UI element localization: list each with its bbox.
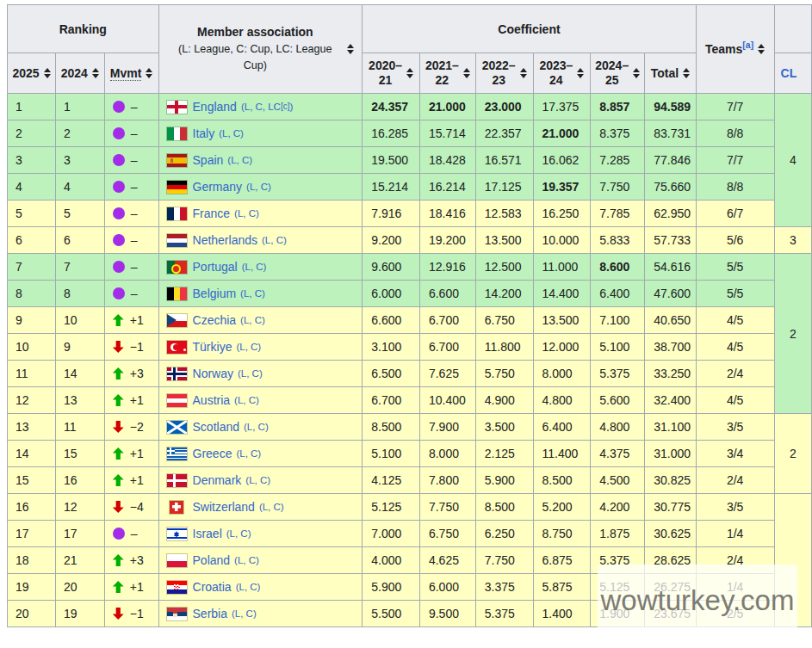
coeff-2023-24-cell: 6.400 bbox=[533, 414, 591, 441]
country-link[interactable]: Italy(L, C) bbox=[167, 127, 363, 140]
sort-header-movement[interactable]: Mvmt bbox=[104, 53, 158, 94]
coeff-2021-22-cell: 15.714 bbox=[419, 120, 475, 147]
country-link[interactable]: Scotland(L, C) bbox=[167, 420, 363, 434]
coeff-2022-23-cell: 17.125 bbox=[475, 174, 533, 201]
sort-icon bbox=[146, 68, 152, 78]
coeff-2020-21-cell: 8.500 bbox=[363, 414, 420, 441]
sort-icon bbox=[92, 68, 99, 78]
country-link[interactable]: Spain(L, C) bbox=[167, 153, 363, 167]
country-link[interactable]: Netherlands(L, C) bbox=[167, 233, 363, 247]
champions-league-column-header[interactable]: CL bbox=[774, 53, 811, 94]
country-link[interactable]: Serbia(L, C) bbox=[167, 607, 363, 620]
country-name: Switzerland bbox=[193, 500, 255, 514]
sort-icon bbox=[406, 68, 413, 78]
total-coefficient-cell: 31.100 bbox=[645, 414, 696, 441]
country-link[interactable]: Israel(L, C) bbox=[167, 527, 363, 540]
coeff-2022-23-cell: 5.750 bbox=[475, 361, 533, 387]
movement-label: −1 bbox=[130, 340, 144, 354]
up-arrow-icon bbox=[113, 474, 124, 486]
sort-header-member-association[interactable]: Member association (L: League, C: Cup, L… bbox=[158, 5, 363, 94]
coeff-2021-22-cell: 6.700 bbox=[419, 307, 475, 334]
country-link[interactable]: Denmark(L, C) bbox=[167, 473, 363, 487]
flag-croatia-icon bbox=[167, 581, 187, 594]
table-row: 14 15 +1 Greece(L, C) 5.100 8.000 2.125 … bbox=[8, 441, 812, 467]
rank-2024-cell: 8 bbox=[55, 281, 104, 307]
coeff-2020-21-cell: 6.000 bbox=[363, 281, 420, 307]
total-coefficient-cell: 40.650 bbox=[645, 307, 696, 334]
flag-england-icon bbox=[167, 101, 187, 114]
sort-header-total[interactable]: Total bbox=[645, 53, 696, 94]
coeff-2021-22-cell: 21.000 bbox=[419, 94, 475, 120]
total-coefficient-cell: 38.700 bbox=[645, 334, 696, 361]
country-link[interactable]: France(L, C) bbox=[167, 207, 363, 220]
country-link[interactable]: Belgium(L, C) bbox=[167, 287, 363, 300]
member-association-cell: Scotland(L, C) bbox=[158, 414, 363, 441]
sort-header-2024[interactable]: 2024 bbox=[55, 53, 104, 94]
competitions-label: (L, C) bbox=[262, 235, 287, 245]
sort-header-2024-25[interactable]: 2024–25 bbox=[591, 53, 645, 94]
competitions-label: (L, C) bbox=[236, 582, 261, 592]
rank-2025-cell: 20 bbox=[8, 601, 56, 627]
sort-header-teams[interactable]: Teams[a] bbox=[696, 5, 774, 94]
up-arrow-icon bbox=[113, 447, 124, 460]
country-link[interactable]: Poland(L, C) bbox=[167, 553, 363, 567]
coeff-2024-25-cell: 7.285 bbox=[591, 147, 645, 174]
coeff-2023-24-cell: 17.375 bbox=[533, 94, 591, 120]
country-name: Croatia bbox=[193, 580, 232, 594]
steady-icon bbox=[113, 127, 125, 139]
coeff-2020-21-cell: 5.500 bbox=[363, 601, 420, 627]
table-row: 6 6 – Netherlands(L, C) 9.200 19.200 13.… bbox=[8, 227, 812, 254]
flag-denmark-icon bbox=[167, 474, 187, 487]
coeff-2022-23-cell: 8.500 bbox=[475, 494, 533, 521]
rank-2024-cell: 15 bbox=[55, 441, 104, 467]
country-name: Greece bbox=[193, 447, 232, 460]
coeff-2022-23-cell: 6.250 bbox=[475, 521, 533, 547]
sort-header-2020-21[interactable]: 2020–21 bbox=[363, 53, 420, 94]
country-link[interactable]: Croatia(L, C) bbox=[167, 580, 363, 594]
coeff-2020-21-cell: 5.100 bbox=[363, 441, 420, 467]
total-coefficient-cell: 30.625 bbox=[645, 521, 696, 547]
flag-czechia-icon bbox=[167, 314, 187, 327]
competitions-label: (L, C) bbox=[245, 475, 270, 485]
sort-header-2025[interactable]: 2025 bbox=[8, 53, 56, 94]
rank-2024-cell: 17 bbox=[55, 521, 104, 547]
rank-2025-cell: 4 bbox=[8, 174, 56, 201]
movement-cell: −2 bbox=[104, 414, 158, 441]
sort-header-2022-23[interactable]: 2022–23 bbox=[475, 53, 533, 94]
champions-league-teams-cell: 2 bbox=[774, 414, 811, 494]
coeff-2023-24-cell: 5.200 bbox=[533, 494, 591, 521]
competitions-label: (L, C) bbox=[236, 448, 261, 459]
up-arrow-icon bbox=[113, 314, 124, 326]
teams-cell: 5/6 bbox=[696, 227, 774, 254]
coeff-2023-24-cell: 12.000 bbox=[533, 334, 591, 361]
member-association-cell: Croatia(L, C) bbox=[158, 574, 363, 601]
teams-cell: 6/7 bbox=[696, 201, 774, 227]
coeff-2020-21-cell: 24.357 bbox=[363, 94, 420, 120]
country-link[interactable]: Norway(L, C) bbox=[167, 367, 363, 380]
country-link[interactable]: Türkiye(L, C) bbox=[167, 340, 363, 354]
country-link[interactable]: Portugal(L, C) bbox=[167, 260, 363, 274]
country-link[interactable]: Greece(L, C) bbox=[167, 447, 363, 460]
coeff-2020-21-cell: 16.285 bbox=[363, 120, 420, 147]
country-link[interactable]: Germany(L, C) bbox=[167, 180, 363, 194]
sort-header-2021-22[interactable]: 2021–22 bbox=[419, 53, 475, 94]
coeff-2024-25-cell: 5.833 bbox=[591, 227, 645, 254]
coeff-2024-25-cell: 4.500 bbox=[591, 467, 645, 494]
sort-header-2023-24[interactable]: 2023–24 bbox=[533, 53, 591, 94]
country-link[interactable]: England(L, C, LC[c]) bbox=[167, 100, 363, 114]
competitions-label: (L, C) bbox=[219, 128, 244, 139]
down-arrow-icon bbox=[113, 608, 124, 620]
member-association-cell: England(L, C, LC[c]) bbox=[158, 94, 363, 120]
country-link[interactable]: Austria(L, C) bbox=[167, 393, 363, 407]
table-row: 17 17 – Israel(L, C) 7.000 6.750 6.250 8… bbox=[8, 521, 812, 547]
country-link[interactable]: Czechia(L, C) bbox=[167, 313, 363, 327]
coeff-2021-22-cell: 6.000 bbox=[419, 574, 475, 601]
member-association-cell: Belgium(L, C) bbox=[158, 281, 363, 307]
coeff-2023-24-cell: 13.500 bbox=[533, 307, 591, 334]
footnote-a-link[interactable]: [a] bbox=[742, 40, 753, 50]
rank-2025-cell: 17 bbox=[8, 521, 56, 547]
competitions-label: (L, C) bbox=[259, 502, 284, 512]
sort-icon bbox=[347, 44, 354, 54]
country-link[interactable]: Switzerland(L, C) bbox=[167, 500, 363, 514]
coeff-2020-21-cell: 9.200 bbox=[363, 227, 420, 254]
